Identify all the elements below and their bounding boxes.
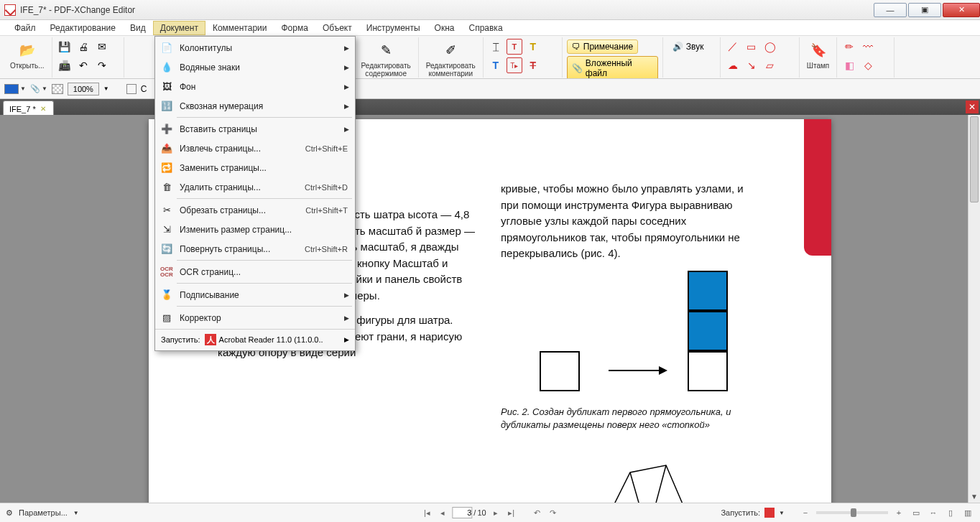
- menu-tools[interactable]: Инструменты: [359, 21, 427, 35]
- menu-item-повернуть-страницы-[interactable]: 🔄Повернуть страницы...Ctrl+Shift+R: [155, 239, 355, 258]
- note-button[interactable]: 🗨 Примечание: [567, 39, 638, 54]
- text-box-icon[interactable]: T: [507, 39, 522, 55]
- zoom-in-button[interactable]: +: [892, 506, 905, 519]
- redo-button[interactable]: ↷: [94, 57, 110, 73]
- acrobat-small-icon[interactable]: [764, 508, 775, 518]
- menu-item-изменить-размер-страниц-[interactable]: ⇲Изменить размер страниц...: [155, 220, 355, 239]
- attach-style[interactable]: 📎▼: [30, 84, 47, 93]
- gear-icon[interactable]: ⚙: [6, 508, 13, 518]
- note-label: Примечание: [583, 42, 633, 52]
- menu-item-icon: ✂: [160, 203, 174, 218]
- shape-eraser-icon[interactable]: ◇: [860, 57, 876, 73]
- cloud-icon[interactable]: ☁: [725, 57, 741, 73]
- text-tools-group: ⌶ T T T T▸ T: [484, 37, 563, 78]
- status-bar: ⚙ Параметры... ▼ |◂ ◂ /10 ▸ ▸| ↶ ↷ Запус…: [0, 503, 980, 522]
- oval-icon[interactable]: ◯: [762, 39, 778, 55]
- next-page-button[interactable]: ▸: [489, 506, 502, 519]
- print-button[interactable]: 🖨: [75, 39, 91, 55]
- menu-item-подписывание[interactable]: 🏅Подписывание▶: [155, 285, 355, 304]
- fill-color[interactable]: ▼: [4, 84, 26, 94]
- first-page-button[interactable]: |◂: [420, 506, 433, 519]
- fit-page-button[interactable]: ▭: [910, 506, 923, 519]
- menu-file[interactable]: Файл: [7, 21, 43, 35]
- close-all-tabs-button[interactable]: ✕: [966, 101, 979, 113]
- highlight-t-icon[interactable]: T: [525, 39, 541, 55]
- minimize-button[interactable]: —: [874, 3, 907, 17]
- menu-item-icon: 📄: [160, 41, 174, 55]
- menu-item-заменить-страницы-[interactable]: 🔁Заменить страницы...: [155, 158, 355, 177]
- edit-comments-label: Редактироватькомментарии: [426, 62, 476, 78]
- launch-row[interactable]: Запустить: 人 Acrobat Reader 11.0 (11.0.0…: [155, 329, 355, 349]
- menu-item-icon: 🔁: [160, 161, 174, 175]
- menu-item-ocr-страниц-[interactable]: OCROCROCR страниц...: [155, 262, 355, 281]
- line-icon[interactable]: ／: [725, 39, 741, 55]
- vertical-scrollbar[interactable]: ▲ ▼: [968, 115, 980, 503]
- menu-item-сквозная-нумерация[interactable]: 🔢Сквозная нумерация▶: [155, 96, 355, 116]
- edit-content-button[interactable]: ✎ Редактироватьсодержимое: [359, 39, 414, 79]
- strikeout-icon[interactable]: T: [525, 57, 541, 73]
- zoom-out-button[interactable]: −: [799, 506, 812, 519]
- opacity-input[interactable]: [68, 83, 99, 95]
- last-page-button[interactable]: ▸|: [505, 506, 518, 519]
- edit-comments-group: ✐ Редактироватькомментарии: [419, 37, 484, 78]
- nav-fwd-button[interactable]: ↷: [547, 506, 560, 519]
- edit-comments-button[interactable]: ✐ Редактироватькомментарии: [423, 39, 479, 79]
- menu-item-фон[interactable]: 🖼Фон▶: [155, 77, 355, 96]
- polygon-icon[interactable]: ▱: [762, 57, 778, 73]
- menu-object[interactable]: Объект: [315, 21, 359, 35]
- eraser-icon[interactable]: ◧: [841, 57, 857, 73]
- menu-windows[interactable]: Окна: [427, 21, 462, 35]
- options-button[interactable]: Параметры...: [19, 508, 68, 517]
- document-menu-dropdown: 📄Колонтитулы▶💧Водяные знаки▶🖼Фон▶🔢Сквозн…: [154, 36, 356, 351]
- menu-item-корректор[interactable]: ▨Корректор▶: [155, 308, 355, 327]
- menu-form[interactable]: Форма: [274, 21, 315, 35]
- arrow-icon[interactable]: ↘: [744, 57, 759, 73]
- single-page-button[interactable]: ▯: [944, 506, 957, 519]
- doc-tab-active[interactable]: IFE_7 * ✕: [3, 101, 54, 115]
- rect-icon[interactable]: ▭: [744, 39, 759, 55]
- menu-item-вставить-страницы[interactable]: ➕Вставить страницы▶: [155, 119, 355, 139]
- opacity[interactable]: [52, 84, 63, 94]
- menu-item-колонтитулы[interactable]: 📄Колонтитулы▶: [155, 38, 355, 57]
- menu-item-удалить-страницы-[interactable]: 🗑Удалить страницы...Ctrl+Shift+D: [155, 177, 355, 197]
- zoom-slider[interactable]: [816, 511, 888, 514]
- keep-selected-checkbox[interactable]: [126, 84, 137, 94]
- menu-item-обрезать-страницы-[interactable]: ✂Обрезать страницы...Ctrl+Shift+T: [155, 200, 355, 220]
- open-label: Открыть...: [10, 62, 45, 70]
- menu-view[interactable]: Вид: [123, 21, 153, 35]
- email-button[interactable]: ✉: [94, 39, 110, 55]
- page-number: /10: [452, 507, 486, 518]
- page-column-right: кривые, чтобы можно было управлять узлам…: [501, 181, 759, 440]
- typewriter-icon[interactable]: T: [488, 57, 504, 73]
- scroll-thumb[interactable]: [970, 116, 979, 202]
- text-callout-icon[interactable]: T▸: [507, 57, 522, 73]
- pencil-poly-icon[interactable]: 〰: [860, 39, 876, 55]
- scan-button[interactable]: 📠: [57, 57, 73, 73]
- menu-item-label: Изменить размер страниц...: [180, 225, 292, 235]
- attachment-button[interactable]: 📎 Вложенный файл: [567, 56, 658, 79]
- menu-item-водяные-знаки[interactable]: 💧Водяные знаки▶: [155, 57, 355, 77]
- prev-page-button[interactable]: ◂: [436, 506, 449, 519]
- menu-item-извлечь-страницы-[interactable]: 📤Извлечь страницы...Ctrl+Shift+E: [155, 139, 355, 158]
- nav-back-button[interactable]: ↶: [531, 506, 544, 519]
- menu-comments[interactable]: Комментарии: [205, 21, 274, 35]
- sound-button[interactable]: 🔊 Звук: [667, 39, 709, 54]
- menu-edit[interactable]: Редактирование: [43, 21, 123, 35]
- stamp-icon: 🔖: [808, 40, 828, 60]
- pencil-icon[interactable]: ✏: [841, 39, 857, 55]
- close-tab-icon[interactable]: ✕: [40, 105, 46, 113]
- scroll-down-icon[interactable]: ▼: [969, 490, 980, 503]
- menu-help[interactable]: Справка: [461, 21, 509, 35]
- menu-item-icon: 🗑: [160, 180, 174, 195]
- select-text-icon[interactable]: ⌶: [488, 39, 504, 55]
- maximize-button[interactable]: ▣: [908, 3, 941, 17]
- open-button[interactable]: 📂 Открыть...: [7, 39, 47, 71]
- continuous-button[interactable]: ▥: [961, 506, 974, 519]
- page-current-input[interactable]: [452, 507, 472, 518]
- stamp-button[interactable]: 🔖 Штамп: [804, 39, 832, 71]
- menu-document[interactable]: Документ: [153, 21, 205, 35]
- fit-width-button[interactable]: ↔: [927, 506, 940, 519]
- undo-button[interactable]: ↶: [75, 57, 91, 73]
- save-button[interactable]: 💾: [57, 39, 73, 55]
- close-window-button[interactable]: ✕: [943, 3, 980, 17]
